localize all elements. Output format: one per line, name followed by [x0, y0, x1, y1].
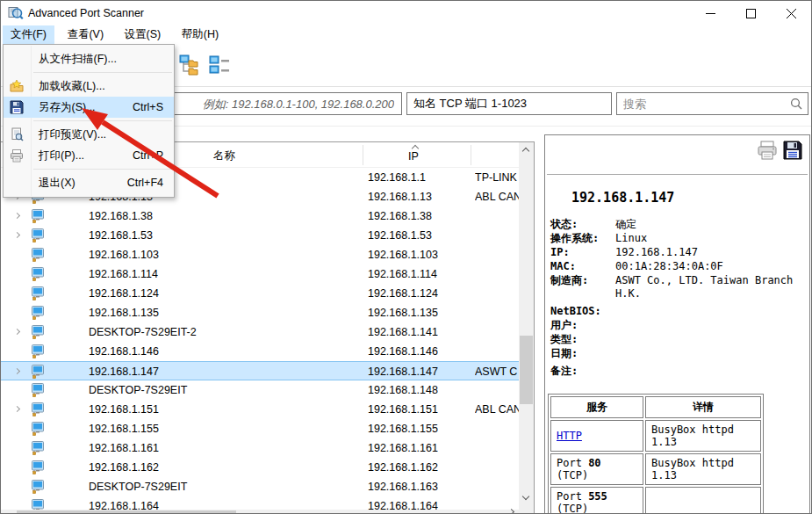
menu-item-scan-from-file[interactable]: 从文件扫描(F)... [4, 48, 174, 69]
table-row[interactable]: 192.168.1.53192.168.1.53 [1, 226, 519, 245]
scrollbar-thumb[interactable] [17, 510, 236, 514]
device-ip: 192.168.1.161 [368, 438, 438, 458]
menu-item-exit[interactable]: 退出(X) Ctrl+F4 [4, 172, 174, 193]
maximize-button[interactable] [730, 1, 771, 25]
column-header-name[interactable]: 名称 [213, 148, 235, 163]
menu-file[interactable]: 文件(F) [3, 25, 54, 44]
window-title: Advanced Port Scanner [28, 1, 144, 25]
table-row[interactable]: 192.168.1.103192.168.1.103 [1, 245, 519, 264]
service-link[interactable]: HTTP [557, 430, 582, 442]
menu-item-print-preview[interactable]: 打印预览(V)... [4, 124, 174, 145]
expand-chevron-icon[interactable] [14, 406, 20, 412]
computer-icon [31, 480, 45, 494]
printer-icon [10, 148, 24, 163]
device-ip: 192.168.1.124 [368, 284, 438, 303]
table-row[interactable]: 192.168.1.38192.168.1.38 [1, 206, 519, 226]
computer-icon [31, 365, 45, 379]
device-ip: 192.168.1.103 [368, 245, 438, 264]
detail-field: 备注: [550, 365, 806, 378]
table-row[interactable]: 192.168.1.146192.168.1.146 [1, 342, 519, 361]
service-row: HTTPBusyBox httpd 1.13 [550, 420, 761, 452]
vertical-scrollbar[interactable] [519, 142, 534, 505]
table-row[interactable]: DESKTOP-7S29EIT-2192.168.1.141 [1, 322, 519, 342]
title-bar: Advanced Port Scanner [1, 1, 811, 25]
list-view-button[interactable] [206, 50, 234, 80]
device-name: 192.168.1.53 [89, 226, 153, 245]
print-details-button[interactable] [757, 140, 778, 161]
horizontal-scrollbar[interactable] [1, 510, 519, 514]
search-field [616, 92, 808, 115]
tree-view-button[interactable] [176, 50, 205, 80]
scrollbar-corner [519, 505, 534, 514]
menu-settings[interactable]: 设置(S) [117, 25, 169, 44]
scroll-down-icon[interactable] [522, 493, 529, 500]
ports-input[interactable] [406, 92, 612, 115]
app-icon [7, 4, 24, 21]
detail-field: 日期: [550, 347, 806, 360]
field-value: 192.168.1.147 [615, 246, 803, 259]
column-header-ip[interactable]: IP [408, 150, 419, 163]
expand-chevron-icon[interactable] [14, 329, 20, 335]
menu-item-load-favorites[interactable]: 加载收藏(L)... [4, 76, 174, 97]
minimize-button[interactable] [690, 1, 730, 25]
scroll-right-icon[interactable] [508, 509, 514, 514]
menu-item-save-as[interactable]: 另存为(S)... Ctrl+S [4, 97, 174, 118]
device-manufacturer: ASWT C [475, 362, 519, 381]
menu-help[interactable]: 帮助(H) [174, 25, 226, 44]
services-header-detail: 详情 [645, 396, 761, 418]
table-row[interactable]: DESKTOP-7S29EIT192.168.1.163 [1, 477, 519, 496]
detail-field: 状态:确定 [550, 218, 806, 231]
scroll-up-icon[interactable] [522, 148, 529, 155]
scrollbar-thumb[interactable] [520, 336, 533, 404]
computer-icon [31, 402, 45, 416]
device-ip: 192.168.1.38 [368, 206, 432, 226]
table-row[interactable]: 192.168.1.147192.168.1.147ASWT C [1, 361, 519, 380]
detail-field: IP:192.168.1.147 [550, 246, 806, 259]
minimize-icon [706, 9, 715, 18]
panel-separator [547, 174, 808, 175]
table-row[interactable]: 192.168.1.135192.168.1.135 [1, 303, 519, 322]
detail-field: 用户: [550, 319, 806, 332]
table-rows: 192.168.1.1TP-LINK192.168.1.13192.168.1.… [1, 168, 519, 514]
field-label: 操作系统: [550, 232, 615, 245]
table-row[interactable]: 192.168.1.161192.168.1.161 [1, 438, 519, 458]
table-row[interactable]: 192.168.1.155192.168.1.155 [1, 419, 519, 438]
expand-chevron-icon[interactable] [14, 213, 20, 219]
field-label: 备注: [550, 365, 615, 378]
printer-icon [757, 140, 778, 161]
table-row[interactable]: DESKTOP-7S29EIT192.168.1.148 [1, 380, 519, 400]
close-button[interactable] [771, 1, 811, 25]
services-header-service: 服务 [550, 396, 643, 418]
save-details-button[interactable] [782, 140, 803, 161]
field-value: ASWT Co., LTD. Taiwan Branch H.K. [615, 274, 803, 300]
table-row[interactable]: 192.168.1.124192.168.1.124 [1, 284, 519, 303]
table-row[interactable]: 192.168.1.151192.168.1.151ABL CAN [1, 400, 519, 419]
search-input[interactable] [616, 92, 808, 115]
device-name: 192.168.1.124 [89, 284, 159, 303]
floppy-icon [10, 100, 24, 114]
menu-view[interactable]: 查看(V) [59, 25, 111, 44]
table-row[interactable]: 192.168.1.162192.168.1.162 [1, 458, 519, 477]
device-ip: 192.168.1.147 [368, 362, 438, 381]
field-value: 确定 [615, 218, 803, 231]
floppy-icon [782, 140, 803, 161]
device-manufacturer: TP-LINK [475, 168, 519, 187]
host-fields: 状态:确定操作系统:LinuxIP:192.168.1.147MAC:00:1A… [550, 218, 806, 379]
computer-icon [31, 441, 45, 455]
service-name: Port 80 (TCP) [550, 453, 643, 485]
device-ip: 192.168.1.163 [368, 477, 438, 496]
device-ip: 192.168.1.114 [368, 264, 437, 284]
expand-chevron-icon[interactable] [14, 232, 20, 238]
menu-item-print[interactable]: 打印(P)... Ctrl+P [4, 145, 174, 166]
field-label: 日期: [550, 347, 615, 360]
field-label: IP: [550, 246, 615, 259]
computer-icon [31, 306, 45, 320]
detail-field: 制造商:ASWT Co., LTD. Taiwan Branch H.K. [550, 274, 806, 300]
menu-separator [33, 72, 172, 73]
device-manufacturer: ABL CAN [475, 187, 519, 206]
details-panel: 192.168.1.147 状态:确定操作系统:LinuxIP:192.168.… [544, 134, 810, 514]
service-detail: BusyBox httpd 1.13 [645, 453, 761, 485]
device-name: 192.168.1.38 [89, 206, 153, 226]
table-row[interactable]: 192.168.1.114192.168.1.114 [1, 264, 519, 284]
expand-chevron-icon[interactable] [14, 368, 20, 374]
